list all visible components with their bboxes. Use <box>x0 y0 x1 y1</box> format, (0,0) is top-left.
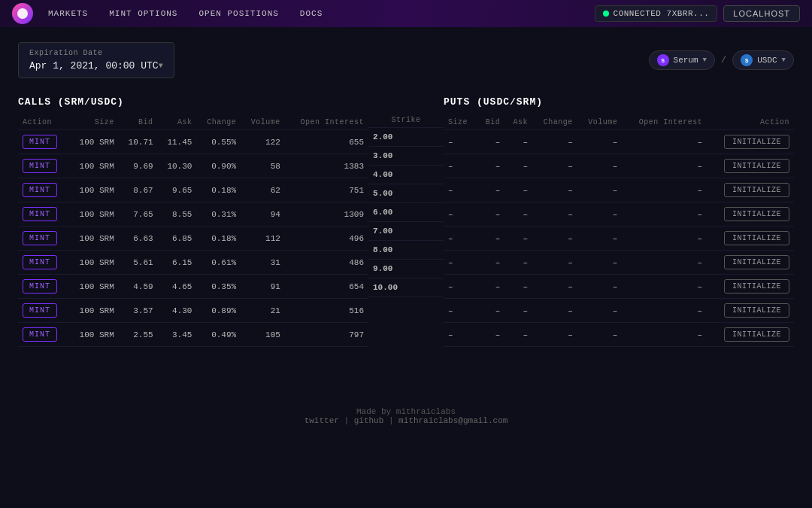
mint-button[interactable]: MINT <box>23 231 57 245</box>
logo[interactable] <box>12 3 33 24</box>
nav-markets[interactable]: MARKETS <box>48 9 88 18</box>
calls-action-cell: MINT <box>18 202 68 227</box>
puts-bid-cell: – <box>477 323 504 347</box>
puts-change-cell: – <box>532 202 577 227</box>
calls-action-cell: MINT <box>18 227 68 251</box>
calls-volume-cell: 105 <box>241 323 285 347</box>
puts-oi-cell: – <box>622 227 707 251</box>
calls-oi-cell: 516 <box>285 299 368 323</box>
usdc-label: USDC <box>757 56 777 65</box>
calls-size-cell: 100 SRM <box>68 227 119 251</box>
strike-value: 5.00 <box>368 184 444 203</box>
puts-oi-cell: – <box>622 130 707 154</box>
mint-button[interactable]: MINT <box>23 207 57 221</box>
calls-row-6: MINT 100 SRM 4.59 4.65 0.35% 91 654 <box>18 275 368 299</box>
strike-row-6: 8.00 <box>368 241 444 260</box>
initialize-button[interactable]: INITIALIZE <box>724 183 789 197</box>
usdc-icon: $ <box>741 54 753 66</box>
localhost-button[interactable]: LOCALHOST <box>723 5 800 22</box>
puts-size-cell: – <box>444 299 477 323</box>
selector-group: S Serum ▼ / $ USDC ▼ <box>649 50 794 70</box>
strike-row-1: 3.00 <box>368 147 444 166</box>
calls-bid-cell: 9.69 <box>119 154 158 178</box>
mint-button[interactable]: MINT <box>23 279 57 294</box>
calls-action-cell: MINT <box>18 154 68 178</box>
puts-change-cell: – <box>532 323 577 347</box>
mint-button[interactable]: MINT <box>23 255 57 269</box>
puts-action-cell: INITIALIZE <box>707 154 794 178</box>
calls-size-cell: 100 SRM <box>68 251 119 275</box>
usdc-selector[interactable]: $ USDC ▼ <box>732 50 794 70</box>
puts-volume-cell: – <box>577 275 623 299</box>
puts-size-cell: – <box>444 178 477 202</box>
puts-row-1: – – – – – – INITIALIZE <box>444 154 794 178</box>
calls-bid-cell: 6.63 <box>119 227 158 251</box>
footer-email[interactable]: mithraiclabs@gmail.com <box>398 416 508 425</box>
initialize-button[interactable]: INITIALIZE <box>724 159 789 173</box>
puts-ask-cell: – <box>504 130 532 154</box>
puts-size-cell: – <box>444 154 477 178</box>
footer-sep2: | <box>389 416 398 425</box>
nav-open-positions[interactable]: OPEN POSITIONS <box>198 9 278 18</box>
strike-table: Strike 2.003.004.005.006.007.008.009.001… <box>368 113 444 297</box>
initialize-button[interactable]: INITIALIZE <box>724 135 789 149</box>
puts-bid-cell: – <box>477 154 504 178</box>
strike-row-7: 9.00 <box>368 260 444 278</box>
nav-mint-options[interactable]: MINT OPTIONS <box>109 9 177 18</box>
puts-change-cell: – <box>532 299 577 323</box>
nav-docs[interactable]: DOCS <box>300 9 323 18</box>
mint-button[interactable]: MINT <box>23 303 57 318</box>
navbar: MARKETS MINT OPTIONS OPEN POSITIONS DOCS… <box>0 0 812 27</box>
puts-ask-cell: – <box>504 227 532 251</box>
puts-change-cell: – <box>532 275 577 299</box>
puts-volume-cell: – <box>577 154 623 178</box>
calls-row-1: MINT 100 SRM 9.69 10.30 0.90% 58 1383 <box>18 154 368 178</box>
puts-oi-cell: – <box>622 323 707 347</box>
calls-size-cell: 100 SRM <box>68 154 119 178</box>
serum-chevron-icon: ▼ <box>703 56 707 64</box>
calls-size-cell: 100 SRM <box>68 178 119 202</box>
initialize-button[interactable]: INITIALIZE <box>724 207 789 221</box>
expiration-date: Apr 1, 2021, 00:00 UTC <box>29 60 159 71</box>
puts-action-cell: INITIALIZE <box>707 178 794 202</box>
strike-value: 4.00 <box>368 166 444 184</box>
mint-button[interactable]: MINT <box>23 327 57 342</box>
footer-github[interactable]: github <box>354 416 384 425</box>
puts-row-3: – – – – – – INITIALIZE <box>444 202 794 227</box>
puts-change-cell: – <box>532 154 577 178</box>
calls-change-cell: 0.61% <box>196 251 241 275</box>
strike-th: Strike <box>368 113 444 128</box>
mint-button[interactable]: MINT <box>23 135 57 149</box>
strike-row-2: 4.00 <box>368 166 444 184</box>
puts-volume-cell: – <box>577 299 623 323</box>
initialize-button[interactable]: INITIALIZE <box>724 279 789 294</box>
puts-row-0: – – – – – – INITIALIZE <box>444 130 794 154</box>
puts-action-cell: INITIALIZE <box>707 130 794 154</box>
initialize-button[interactable]: INITIALIZE <box>724 255 789 269</box>
calls-row-4: MINT 100 SRM 6.63 6.85 0.18% 112 496 <box>18 227 368 251</box>
serum-selector[interactable]: S Serum ▼ <box>649 50 715 70</box>
puts-volume-cell: – <box>577 130 623 154</box>
puts-action-cell: INITIALIZE <box>707 299 794 323</box>
puts-th-bid: Bid <box>477 115 504 130</box>
initialize-button[interactable]: INITIALIZE <box>724 303 789 318</box>
footer-twitter[interactable]: twitter <box>304 416 339 425</box>
calls-row-2: MINT 100 SRM 8.67 9.65 0.18% 62 751 <box>18 178 368 202</box>
puts-size-cell: – <box>444 275 477 299</box>
puts-change-cell: – <box>532 178 577 202</box>
puts-title: PUTS (USDC/SRM) <box>444 96 794 108</box>
mint-button[interactable]: MINT <box>23 159 57 173</box>
mint-button[interactable]: MINT <box>23 183 57 197</box>
puts-bid-cell: – <box>477 299 504 323</box>
initialize-button[interactable]: INITIALIZE <box>724 231 789 245</box>
puts-volume-cell: – <box>577 323 623 347</box>
calls-oi-cell: 797 <box>285 323 368 347</box>
puts-oi-cell: – <box>622 251 707 275</box>
main-content: Expiration Date Apr 1, 2021, 00:00 UTC ▼… <box>0 27 812 455</box>
calls-oi-cell: 496 <box>285 227 368 251</box>
calls-size-cell: 100 SRM <box>68 323 119 347</box>
expiration-chevron-icon[interactable]: ▼ <box>159 62 163 70</box>
puts-ask-cell: – <box>504 154 532 178</box>
initialize-button[interactable]: INITIALIZE <box>724 327 789 342</box>
expiration-label: Expiration Date <box>29 49 163 57</box>
